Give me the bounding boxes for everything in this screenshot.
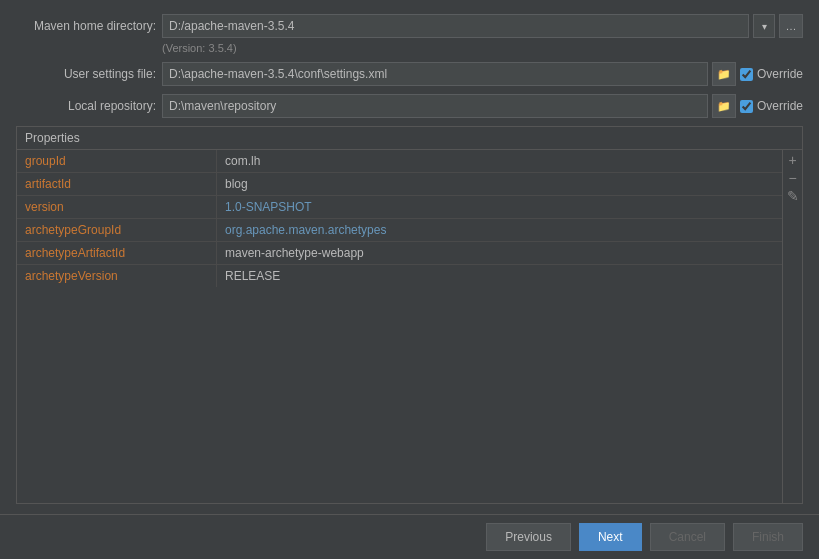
local-repo-override-text: Override [757, 99, 803, 113]
prop-key: archetypeArtifactId [17, 242, 217, 264]
folder-icon: 📁 [717, 68, 731, 81]
table-row[interactable]: archetypeVersionRELEASE [17, 265, 782, 287]
maven-browse-btn[interactable]: … [779, 14, 803, 38]
table-row[interactable]: archetypeGroupIdorg.apache.maven.archety… [17, 219, 782, 242]
next-button[interactable]: Next [579, 523, 642, 551]
add-property-btn[interactable]: + [785, 152, 801, 168]
finish-button[interactable]: Finish [733, 523, 803, 551]
prop-value: RELEASE [217, 265, 782, 287]
footer: Previous Next Cancel Finish [0, 514, 819, 559]
user-settings-override-checkbox[interactable] [740, 68, 753, 81]
prop-key: version [17, 196, 217, 218]
table-row[interactable]: artifactIdblog [17, 173, 782, 196]
maven-version-hint: (Version: 3.5.4) [162, 42, 803, 54]
maven-input[interactable] [162, 14, 749, 38]
local-repo-label: Local repository: [16, 99, 156, 113]
properties-header: Properties [17, 127, 802, 150]
user-settings-browse-btn[interactable]: 📁 [712, 62, 736, 86]
prop-value: org.apache.maven.archetypes [217, 219, 782, 241]
maven-label: Maven home directory: [16, 19, 156, 33]
prop-key: artifactId [17, 173, 217, 195]
previous-button[interactable]: Previous [486, 523, 571, 551]
properties-section: Properties groupIdcom.lhartifactIdblogve… [16, 126, 803, 504]
user-settings-override-text: Override [757, 67, 803, 81]
local-repo-override-checkbox[interactable] [740, 100, 753, 113]
prop-key: archetypeGroupId [17, 219, 217, 241]
edit-property-btn[interactable]: ✎ [785, 188, 801, 204]
prop-value: com.lh [217, 150, 782, 172]
table-row[interactable]: archetypeArtifactIdmaven-archetype-webap… [17, 242, 782, 265]
table-row[interactable]: version1.0-SNAPSHOT [17, 196, 782, 219]
local-repo-browse-btn[interactable]: 📁 [712, 94, 736, 118]
properties-side-buttons: + − ✎ [782, 150, 802, 503]
prop-value: 1.0-SNAPSHOT [217, 196, 782, 218]
properties-table: groupIdcom.lhartifactIdblogversion1.0-SN… [17, 150, 782, 503]
prop-key: groupId [17, 150, 217, 172]
remove-property-btn[interactable]: − [785, 170, 801, 186]
user-settings-input[interactable] [162, 62, 708, 86]
local-repo-input[interactable] [162, 94, 708, 118]
prop-value: maven-archetype-webapp [217, 242, 782, 264]
folder-icon-2: 📁 [717, 100, 731, 113]
user-settings-override-label[interactable]: Override [740, 67, 803, 81]
table-row[interactable]: groupIdcom.lh [17, 150, 782, 173]
user-settings-label: User settings file: [16, 67, 156, 81]
cancel-button[interactable]: Cancel [650, 523, 725, 551]
local-repo-override-label[interactable]: Override [740, 99, 803, 113]
prop-key: archetypeVersion [17, 265, 217, 287]
maven-dropdown-btn[interactable]: ▾ [753, 14, 775, 38]
prop-value: blog [217, 173, 782, 195]
